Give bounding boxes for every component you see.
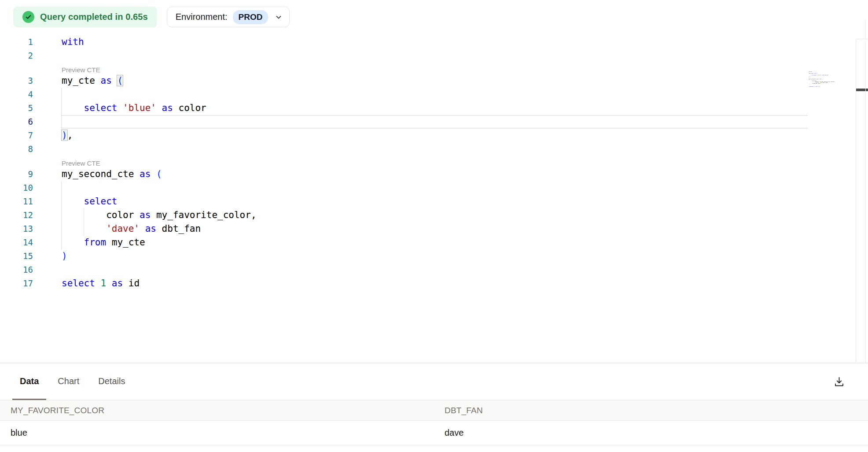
code-line[interactable]: 14 from my_cte: [0, 236, 868, 249]
download-icon: [833, 376, 845, 388]
line-number[interactable]: 13: [0, 222, 33, 236]
code-token: select: [809, 86, 813, 87]
environment-value-badge: PROD: [233, 10, 268, 24]
code-token: [151, 169, 156, 179]
code-line[interactable]: 9my_second_cte as (: [0, 167, 868, 181]
line-number[interactable]: 8: [0, 142, 33, 156]
code-token: [62, 103, 84, 113]
code-line[interactable]: 12 color as my_favorite_color,: [0, 208, 868, 222]
code-line[interactable]: 10: [0, 181, 868, 195]
code-token: color: [173, 103, 206, 113]
column-header: MY_FAVORITE_COLOR: [0, 400, 434, 421]
code-token: dbt_fan: [822, 82, 828, 83]
code-token: 'blue': [817, 75, 822, 76]
code-token: color: [824, 75, 828, 76]
code-token: my_cte: [62, 75, 101, 86]
code-token: select: [84, 196, 118, 207]
table-row: bluedave: [0, 421, 868, 445]
code-line-text: my_cte as (: [62, 74, 123, 88]
line-number[interactable]: 5: [0, 101, 33, 115]
code-line-text: select: [62, 195, 117, 208]
line-number[interactable]: 12: [0, 208, 33, 222]
environment-label: Environment:: [176, 12, 228, 22]
code-line[interactable]: 17select 1 as id: [0, 277, 868, 290]
editor-minimap[interactable]: withmy_cte as ( select 'blue' as color),…: [809, 71, 844, 90]
results-tabs: DataChartDetails: [0, 363, 868, 400]
line-number[interactable]: 6: [0, 115, 33, 129]
code-line[interactable]: 1with: [0, 35, 868, 49]
line-number[interactable]: 11: [0, 195, 33, 208]
toolbar: Query completed in 0.65s Environment: PR…: [0, 0, 868, 34]
query-status-text: Query completed in 0.65s: [40, 12, 148, 22]
line-number[interactable]: 1: [0, 35, 33, 49]
code-area: 1with2Preview CTE3my_cte as (45 select '…: [0, 34, 868, 290]
line-number[interactable]: 4: [0, 88, 33, 101]
code-line[interactable]: 11 select: [0, 195, 868, 208]
preview-cte-lens[interactable]: Preview CTE: [62, 159, 100, 167]
code-line-text: select 1 as id: [809, 86, 820, 87]
line-number[interactable]: 3: [0, 74, 33, 88]
code-lens-row: Preview CTE: [0, 156, 868, 167]
code-token: with: [62, 37, 84, 47]
code-token: dbt_fan: [156, 223, 201, 234]
column-header: DBT_FAN: [434, 400, 868, 421]
editor-scrollbar[interactable]: [856, 39, 868, 363]
code-line[interactable]: 8: [0, 142, 868, 156]
code-line[interactable]: 2: [0, 49, 868, 63]
code-token: as: [112, 278, 123, 289]
download-results-button[interactable]: [832, 375, 846, 388]
line-number[interactable]: 10: [0, 181, 33, 195]
code-token: (: [817, 73, 817, 74]
indent-guide: [61, 115, 62, 129]
code-line[interactable]: 6: [0, 115, 868, 129]
line-number[interactable]: 15: [0, 249, 33, 263]
tab-details[interactable]: Details: [91, 363, 132, 400]
code-token: as: [101, 75, 112, 86]
indent-guide: [84, 208, 84, 222]
table-cell: blue: [0, 421, 434, 445]
tab-data[interactable]: Data: [12, 363, 46, 400]
code-line-text: select 'blue' as color: [62, 101, 206, 115]
check-circle-icon: [22, 11, 34, 23]
results-table: MY_FAVORITE_COLORDBT_FAN bluedave: [0, 400, 868, 445]
code-token: color: [62, 210, 140, 220]
results-panel: DataChartDetails MY_FAVORITE_COLORDBT_FA…: [0, 363, 868, 452]
line-number[interactable]: 14: [0, 236, 33, 249]
indent-guide: [61, 88, 62, 101]
scrollbar-thumb[interactable]: [856, 89, 868, 91]
code-line[interactable]: 15): [0, 249, 868, 263]
code-line-text: ),: [62, 129, 73, 142]
code-line: select 1 as id: [809, 86, 814, 87]
line-number[interactable]: 16: [0, 263, 33, 277]
preview-cte-lens[interactable]: Preview CTE: [62, 66, 100, 74]
code-token: my_cte: [106, 237, 145, 248]
code-line[interactable]: 16: [0, 263, 868, 277]
code-line-text: from my_cte: [62, 236, 145, 249]
code-token: [156, 103, 162, 113]
code-token: 'blue': [123, 103, 156, 113]
code-token: my_second_cte: [62, 169, 140, 179]
code-token: select: [62, 278, 95, 289]
code-token: [62, 196, 84, 207]
indent-guide: [61, 208, 62, 222]
line-number[interactable]: 7: [0, 129, 33, 142]
code-token: (: [117, 75, 123, 86]
code-line[interactable]: 4: [0, 88, 868, 101]
line-number[interactable]: 2: [0, 49, 33, 63]
sql-editor[interactable]: 1with2Preview CTE3my_cte as (45 select '…: [0, 34, 868, 363]
code-line[interactable]: 5 select 'blue' as color: [0, 101, 868, 115]
code-token: as: [140, 169, 151, 179]
line-number[interactable]: 9: [0, 167, 33, 181]
table-cell: dave: [434, 421, 868, 445]
code-token: my_favorite_color,: [151, 210, 256, 220]
line-number[interactable]: 17: [0, 277, 33, 290]
code-line[interactable]: 13 'dave' as dbt_fan: [0, 222, 868, 236]
code-line-text: select 1 as id: [62, 277, 140, 290]
code-line[interactable]: 7),: [0, 129, 868, 142]
indent-guide: [61, 195, 62, 208]
code-token: [112, 75, 118, 86]
environment-selector[interactable]: Environment: PROD: [167, 7, 290, 27]
code-line[interactable]: 3my_cte as (: [0, 74, 868, 88]
code-token: ): [62, 130, 67, 141]
tab-chart[interactable]: Chart: [50, 363, 87, 400]
